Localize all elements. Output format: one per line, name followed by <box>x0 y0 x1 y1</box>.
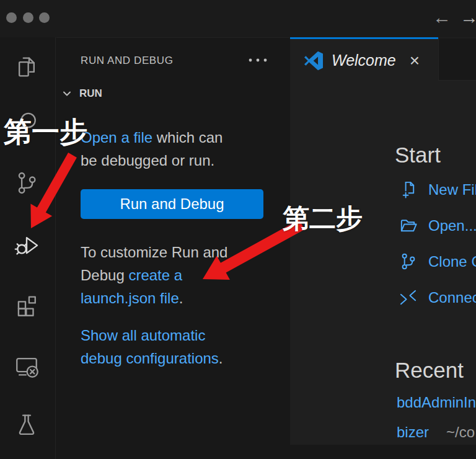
run-and-debug-icon[interactable] <box>13 231 40 259</box>
tab-title: Welcome <box>332 51 396 69</box>
start-item-open[interactable]: Open... <box>399 216 476 235</box>
vscode-window: ← → RUN AND DEBUG <box>0 0 476 459</box>
zoom-window-button[interactable] <box>39 12 50 23</box>
show-configs-text: Show all automatic debug configurations. <box>81 324 267 370</box>
show-automatic-configs-link-line2[interactable]: debug configurations <box>81 350 219 367</box>
run-and-debug-button[interactable]: Run and Debug <box>81 189 263 219</box>
more-actions-icon[interactable] <box>247 53 270 68</box>
step2-annotation-label: 第二步 <box>283 201 363 237</box>
run-and-debug-panel: RUN AND DEBUG RUN Open a file which can … <box>56 37 289 459</box>
run-section-header[interactable]: RUN <box>61 87 102 100</box>
start-item-connect-to[interactable]: Connect to... <box>399 288 476 307</box>
git-branch-icon <box>399 252 418 271</box>
navigate-forward-icon[interactable]: → <box>460 4 476 31</box>
recent-heading: Recent <box>395 358 464 383</box>
run-section-label: RUN <box>79 87 102 100</box>
step1-annotation-label: 第一步 <box>4 114 87 151</box>
test-beaker-icon[interactable] <box>13 411 40 438</box>
recent-item[interactable]: bddAdminIn <box>397 394 476 411</box>
welcome-page: Start New File... Open... Clone Git Repo… <box>290 82 476 445</box>
vscode-logo-icon <box>304 51 324 71</box>
window-titlebar: ← → <box>0 0 476 37</box>
tab-strip-empty <box>438 38 476 81</box>
tab-welcome[interactable]: Welcome × <box>290 37 438 82</box>
activity-bar <box>0 37 56 459</box>
extensions-icon[interactable] <box>13 292 40 319</box>
editor-area: Welcome × Start New File... Open... Clon… <box>290 37 476 445</box>
start-item-new-file[interactable]: New File... <box>399 180 476 199</box>
tab-close-icon[interactable]: × <box>410 52 420 69</box>
open-a-file-link[interactable]: Open a file <box>81 129 152 146</box>
start-item-clone-repo[interactable]: Clone Git Repository... <box>399 252 476 271</box>
source-control-icon[interactable] <box>13 169 40 197</box>
remote-icon <box>399 288 418 307</box>
start-heading: Start <box>395 143 441 167</box>
new-file-icon <box>399 180 418 199</box>
show-automatic-configs-link[interactable]: Show all automatic <box>81 327 205 344</box>
launch-json-file-link[interactable]: launch.json file <box>81 290 179 306</box>
open-folder-icon <box>399 216 418 235</box>
create-launch-json-link[interactable]: create a <box>128 267 182 283</box>
panel-title: RUN AND DEBUG <box>81 55 174 67</box>
minimize-window-button[interactable] <box>23 12 33 23</box>
open-file-hint-text: Open a file which can be debugged or run… <box>81 126 267 172</box>
close-window-button[interactable] <box>6 12 17 23</box>
customize-hint-text: To customize Run and Debug create a laun… <box>81 241 267 310</box>
navigate-back-icon[interactable]: ← <box>433 4 451 31</box>
remote-explorer-icon[interactable] <box>13 352 40 380</box>
explorer-icon[interactable] <box>13 53 40 81</box>
recent-item[interactable]: bizer ~/co <box>397 424 475 441</box>
chevron-down-icon <box>61 88 73 99</box>
